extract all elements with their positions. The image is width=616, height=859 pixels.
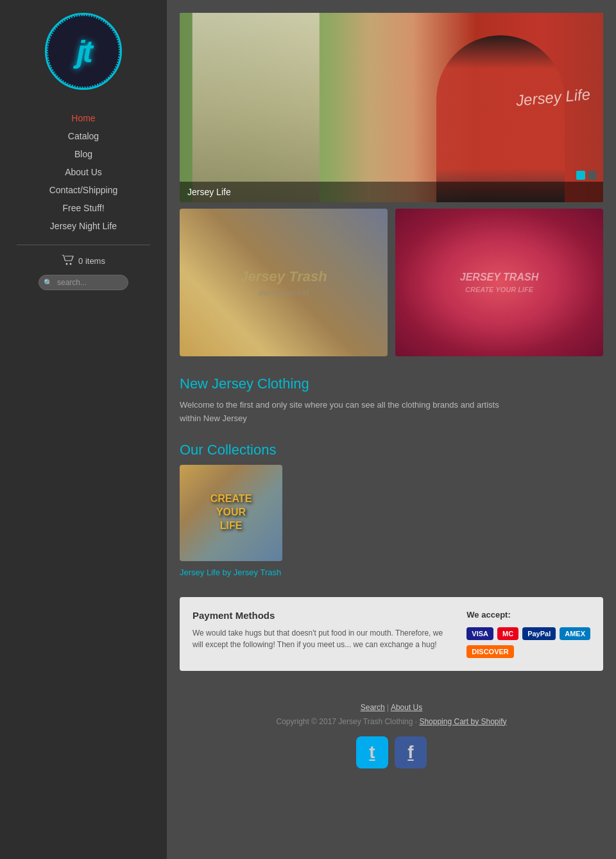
discover-badge: DISCOVER: [466, 645, 513, 658]
footer-search-link[interactable]: Search: [361, 703, 385, 712]
nav-blog[interactable]: Blog: [0, 145, 167, 163]
search-icon: 🔍: [44, 279, 53, 287]
footer: Search | About Us Copyright © 2017 Jerse…: [180, 690, 603, 781]
hero-slider: Jersey Life Jersey Life: [180, 13, 603, 202]
product-row: Jersey Trash denim jacket JERSEY TRASH C…: [180, 209, 603, 356]
payment-cards-row2: DISCOVER: [466, 645, 513, 658]
footer-copyright: Copyright © 2017 Jersey Trash Clothing ·…: [193, 717, 590, 726]
cart-count: 0 items: [78, 256, 105, 266]
collection-card-1[interactable]: CREATE YOUR LIFE Jersey Life by Jersey T…: [180, 465, 282, 578]
product-thumb-1-label: Jersey Trash denim jacket: [240, 268, 327, 297]
we-accept-label: We accept:: [466, 610, 510, 620]
nj-clothing-section: New Jersey Clothing Welcome to the first…: [180, 376, 603, 426]
nav-home[interactable]: Home: [0, 109, 167, 127]
amex-badge: AMEX: [560, 627, 590, 640]
footer-links: Search | About Us: [193, 703, 590, 712]
nav-jersey-night-life[interactable]: Jersey Night Life: [0, 217, 167, 235]
payment-title: Payment Methods: [193, 610, 454, 621]
search-wrapper: 🔍: [38, 275, 128, 290]
nj-heading: New Jersey Clothing: [180, 376, 603, 392]
svg-point-1: [70, 263, 72, 265]
payment-left: Payment Methods We would take hugs but t…: [193, 610, 454, 658]
product-thumb-2-inner: JERSEY TRASH CREATE YOUR LIFE: [395, 209, 603, 356]
facebook-button[interactable]: f: [395, 736, 427, 768]
social-icons: t f: [193, 736, 590, 768]
main-content: Jersey Life Jersey Life Jersey Trash den…: [167, 0, 616, 859]
payment-right: We accept: VISA MC PayPal AMEX DISCOVER: [466, 610, 590, 658]
slider-dot-1[interactable]: [576, 171, 585, 180]
collections-heading: Our Collections: [180, 442, 603, 458]
product-thumb-2-label: JERSEY TRASH CREATE YOUR LIFE: [460, 272, 538, 293]
shopify-link[interactable]: Shopping Cart by Shopify: [419, 717, 506, 726]
sidebar: jt Home Catalog Blog About Us Contact/Sh…: [0, 0, 167, 859]
product-thumb-1-inner: Jersey Trash denim jacket: [180, 209, 388, 356]
mastercard-badge: MC: [497, 627, 518, 640]
logo-circle: jt: [45, 13, 122, 90]
collection-image-1: CREATE YOUR LIFE: [180, 465, 282, 561]
collections-section: Our Collections CREATE YOUR LIFE Jersey …: [180, 442, 603, 578]
coll-text-line1: CREATE: [210, 492, 252, 506]
footer-about-link[interactable]: About Us: [391, 703, 422, 712]
nav-about[interactable]: About Us: [0, 163, 167, 181]
hero-caption: Jersey Life: [180, 182, 603, 202]
slider-dot-2[interactable]: [588, 171, 597, 180]
copyright-text: Copyright © 2017 Jersey Trash Clothing ·: [276, 717, 419, 726]
nav-contact[interactable]: Contact/Shipping: [0, 181, 167, 199]
product-thumb-2[interactable]: JERSEY TRASH CREATE YOUR LIFE: [395, 209, 603, 356]
logo-stars-ring: [47, 15, 120, 88]
product-thumb-2-bg: JERSEY TRASH CREATE YOUR LIFE: [395, 209, 603, 356]
cart-area[interactable]: 0 items: [62, 255, 105, 267]
hero-image: Jersey Life Jersey Life: [180, 13, 603, 202]
payment-text: We would take hugs but that doesn't put …: [193, 627, 454, 650]
logo-container[interactable]: jt: [45, 13, 122, 90]
visa-badge: VISA: [466, 627, 493, 640]
collection-bg-1: CREATE YOUR LIFE: [180, 465, 282, 561]
hero-caption-text: Jersey Life: [187, 187, 231, 197]
collection-text-overlay: CREATE YOUR LIFE: [210, 492, 252, 532]
sidebar-divider: [17, 245, 150, 245]
product-thumb-1-bg: Jersey Trash denim jacket: [180, 209, 388, 356]
collection-link-1[interactable]: Jersey Life by Jersey Trash: [180, 568, 281, 577]
paypal-badge: PayPal: [522, 627, 556, 640]
nj-body: Welcome to the first and only site where…: [180, 399, 501, 426]
slider-dots: [576, 171, 597, 180]
payment-section: Payment Methods We would take hugs but t…: [180, 597, 603, 671]
hero-person-element: [436, 35, 565, 202]
twitter-button[interactable]: t: [356, 736, 388, 768]
svg-point-0: [66, 263, 68, 265]
product-thumb-1[interactable]: Jersey Trash denim jacket: [180, 209, 388, 356]
main-nav: Home Catalog Blog About Us Contact/Shipp…: [0, 109, 167, 235]
cart-icon: [62, 255, 74, 267]
coll-text-line3: LIFE: [210, 519, 252, 533]
payment-cards-row1: VISA MC PayPal AMEX: [466, 627, 590, 640]
nav-catalog[interactable]: Catalog: [0, 127, 167, 145]
coll-text-line2: YOUR: [210, 506, 252, 519]
nav-free-stuff[interactable]: Free Stuff!: [0, 199, 167, 217]
